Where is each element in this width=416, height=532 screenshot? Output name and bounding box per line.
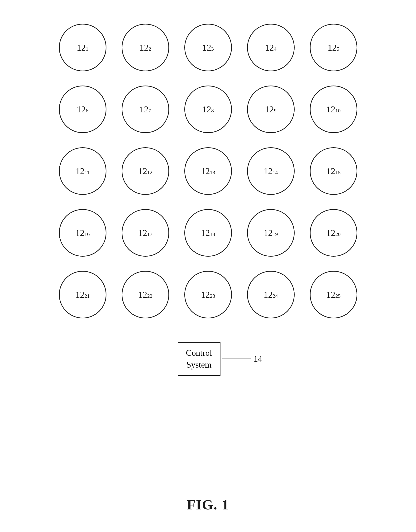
node-sub-text: 15 bbox=[335, 170, 341, 175]
node-base-text: 12 bbox=[326, 166, 335, 176]
node-sub-text: 24 bbox=[273, 294, 278, 299]
node-label-12_23: 1223 bbox=[201, 289, 215, 300]
control-system-section: ControlSystem 14 bbox=[14, 342, 402, 376]
node-base-text: 12 bbox=[265, 104, 274, 114]
node-base-text: 12 bbox=[265, 42, 274, 53]
node-sub-text: 20 bbox=[335, 232, 341, 237]
node-label-12_14: 1214 bbox=[264, 166, 278, 176]
node-label-12_15: 1215 bbox=[326, 166, 341, 176]
node-sub-text: 11 bbox=[85, 170, 90, 175]
node-12_19: 1219 bbox=[247, 209, 295, 256]
node-12_18: 1218 bbox=[184, 209, 232, 256]
node-base-text: 12 bbox=[76, 289, 85, 300]
node-label-12_19: 1219 bbox=[264, 228, 278, 238]
node-base-text: 12 bbox=[202, 42, 211, 53]
node-base-text: 12 bbox=[264, 289, 273, 300]
node-label-12_22: 1222 bbox=[138, 289, 152, 300]
node-sub-text: 13 bbox=[210, 170, 215, 175]
node-12_21: 1221 bbox=[59, 271, 106, 318]
node-12_13: 1213 bbox=[184, 147, 232, 195]
node-sub-text: 8 bbox=[211, 108, 214, 113]
node-12_14: 1214 bbox=[247, 147, 295, 195]
node-12_16: 1216 bbox=[59, 209, 106, 256]
node-base-text: 12 bbox=[326, 228, 335, 238]
node-sub-text: 16 bbox=[85, 232, 90, 237]
node-12_17: 1217 bbox=[122, 209, 169, 256]
control-system-label: ControlSystem bbox=[186, 348, 212, 370]
node-label-12_11: 1211 bbox=[76, 166, 90, 176]
node-label-12_13: 1213 bbox=[201, 166, 215, 176]
control-line bbox=[222, 359, 251, 359]
node-12_8: 128 bbox=[184, 86, 232, 133]
node-base-text: 12 bbox=[201, 228, 210, 238]
node-base-text: 12 bbox=[138, 166, 147, 176]
node-base-text: 12 bbox=[140, 42, 149, 53]
node-label-12_6: 126 bbox=[77, 104, 88, 114]
node-base-text: 12 bbox=[201, 166, 210, 176]
node-12_25: 1225 bbox=[310, 271, 357, 318]
node-base-text: 12 bbox=[76, 166, 85, 176]
node-base-text: 12 bbox=[201, 289, 210, 300]
node-label-12_10: 1210 bbox=[326, 104, 341, 114]
node-base-text: 12 bbox=[202, 104, 211, 114]
node-12_5: 125 bbox=[310, 24, 357, 71]
node-sub-text: 3 bbox=[211, 46, 214, 52]
node-label-12_3: 123 bbox=[202, 42, 214, 53]
node-base-text: 12 bbox=[77, 104, 86, 114]
diagram-container: 1211221231241251261271281291210121112121… bbox=[14, 14, 402, 376]
node-label-12_17: 1217 bbox=[138, 228, 152, 238]
node-sub-text: 19 bbox=[273, 232, 278, 237]
node-sub-text: 2 bbox=[149, 46, 151, 52]
control-reference-number: 14 bbox=[254, 354, 262, 364]
node-label-12_16: 1216 bbox=[76, 228, 90, 238]
node-label-12_12: 1212 bbox=[138, 166, 152, 176]
node-12_4: 124 bbox=[247, 24, 295, 71]
node-sub-text: 22 bbox=[147, 294, 152, 299]
control-line-container: 14 bbox=[222, 354, 262, 364]
node-base-text: 12 bbox=[264, 228, 273, 238]
node-base-text: 12 bbox=[138, 228, 147, 238]
node-12_1: 121 bbox=[59, 24, 106, 71]
node-label-12_21: 1221 bbox=[76, 289, 90, 300]
node-12_23: 1223 bbox=[184, 271, 232, 318]
node-sub-text: 7 bbox=[149, 108, 151, 113]
node-sub-text: 6 bbox=[86, 108, 88, 113]
node-base-text: 12 bbox=[140, 104, 149, 114]
node-sub-text: 9 bbox=[274, 108, 276, 113]
node-12_6: 126 bbox=[59, 86, 106, 133]
node-label-12_7: 127 bbox=[140, 104, 151, 114]
node-12_9: 129 bbox=[247, 86, 295, 133]
node-base-text: 12 bbox=[326, 289, 335, 300]
node-sub-text: 23 bbox=[210, 294, 215, 299]
node-base-text: 12 bbox=[138, 289, 147, 300]
node-12_15: 1215 bbox=[310, 147, 357, 195]
node-base-text: 12 bbox=[76, 228, 85, 238]
node-sub-text: 5 bbox=[337, 46, 339, 52]
node-sub-text: 14 bbox=[273, 170, 278, 175]
node-12_12: 1212 bbox=[122, 147, 169, 195]
node-label-12_9: 129 bbox=[265, 104, 276, 114]
node-sub-text: 25 bbox=[335, 294, 341, 299]
node-label-12_20: 1220 bbox=[326, 228, 341, 238]
node-label-12_25: 1225 bbox=[326, 289, 341, 300]
node-base-text: 12 bbox=[77, 42, 86, 53]
node-12_10: 1210 bbox=[310, 86, 357, 133]
node-label-12_4: 124 bbox=[265, 42, 276, 53]
node-12_20: 1220 bbox=[310, 209, 357, 256]
node-label-12_1: 121 bbox=[77, 42, 88, 53]
node-sub-text: 18 bbox=[210, 232, 215, 237]
node-label-12_5: 125 bbox=[328, 42, 339, 53]
node-12_7: 127 bbox=[122, 86, 169, 133]
node-sub-text: 4 bbox=[274, 46, 276, 52]
node-sub-text: 1 bbox=[86, 46, 88, 52]
node-grid: 1211221231241251261271281291210121112121… bbox=[42, 14, 374, 328]
node-sub-text: 12 bbox=[147, 170, 152, 175]
node-sub-text: 21 bbox=[85, 294, 90, 299]
node-12_2: 122 bbox=[122, 24, 169, 71]
node-label-12_24: 1224 bbox=[264, 289, 278, 300]
node-label-12_2: 122 bbox=[140, 42, 151, 53]
node-12_24: 1224 bbox=[247, 271, 295, 318]
node-sub-text: 10 bbox=[335, 108, 341, 113]
node-label-12_18: 1218 bbox=[201, 228, 215, 238]
node-base-text: 12 bbox=[326, 104, 335, 114]
